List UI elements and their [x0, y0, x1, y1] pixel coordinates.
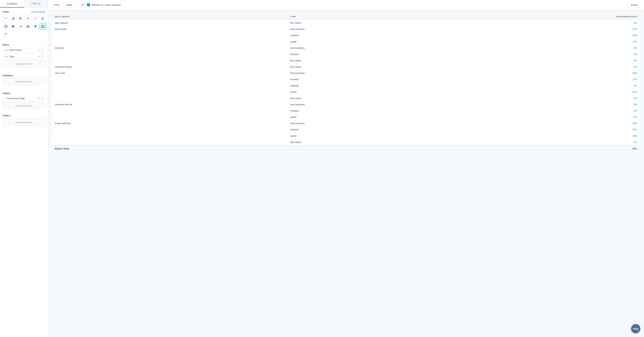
cell-deal-owner — [52, 133, 287, 139]
cell-type: new business — [287, 70, 464, 76]
cell-conversion-rate: 0% — [464, 58, 640, 64]
table-area: DEAL OWNER TYPE CONVERSION RATE ajay raj… — [48, 10, 644, 337]
column-header-conversion-rate: CONVERSION RATE — [464, 14, 640, 20]
cell-conversion-rate: 16% — [464, 133, 640, 139]
remove-icon-deal-owner[interactable]: ✕ — [41, 48, 43, 51]
cell-conversion-rate: 14% — [464, 32, 640, 38]
table-row: shannon decocknew business0% — [52, 102, 640, 108]
chart-type-gauge[interactable] — [17, 23, 24, 30]
cell-type: (No value) — [287, 139, 464, 146]
chart-type-scatter[interactable] — [32, 15, 39, 22]
svg-line-16 — [21, 26, 22, 27]
chart-type-donut[interactable] — [2, 23, 9, 30]
sidebar-tabs: Configure Filter (1) — [0, 0, 48, 8]
svg-marker-24 — [34, 25, 37, 28]
pill-type-conversion-rate: # — [4, 97, 6, 100]
svg-rect-4 — [20, 18, 20, 18]
chart-section-title: Chart — [2, 10, 9, 13]
cell-type: new business — [287, 45, 464, 51]
pill-type-deal-owner: Abc — [4, 49, 8, 51]
table-row: upsell0% — [52, 114, 640, 120]
cell-deal-owner: tristan whitcher — [52, 120, 287, 126]
cell-conversion-rate: 17% — [464, 38, 640, 45]
chart-settings-link[interactable]: Chart Settings — [31, 10, 45, 13]
chart-type-waterfall[interactable] — [2, 30, 9, 37]
columns-label: Columns — [2, 74, 45, 77]
remove-icon-type[interactable]: ✕ — [41, 55, 43, 58]
refresh-checkbox[interactable] — [87, 3, 90, 6]
chart-icons-row2 — [2, 23, 45, 30]
cell-type: upgrade — [287, 82, 464, 89]
chart-type-funnel[interactable] — [32, 23, 39, 30]
cell-deal-owner: sam chan — [52, 70, 287, 76]
chart-type-pivot[interactable] — [25, 23, 32, 30]
table-row: (No value)0% — [52, 58, 640, 64]
cell-type: (No value) — [287, 20, 464, 26]
undo-button[interactable]: Undo — [51, 2, 62, 8]
tab-configure[interactable]: Configure — [0, 0, 24, 8]
cell-deal-owner — [52, 89, 287, 95]
rows-section: Rows Abc Deal Owner ✎ ✕ Abc Type ✎ ✕ — [0, 39, 48, 70]
table-row: kit lymannew business0% — [52, 45, 640, 51]
export-button[interactable]: Export — [628, 2, 641, 8]
svg-point-9 — [36, 17, 36, 18]
tab-filter[interactable]: Filter (1) — [24, 0, 48, 8]
redo-button[interactable]: Redo — [64, 2, 75, 8]
table-row: upgrade0% — [52, 82, 640, 89]
chart-type-area[interactable] — [25, 15, 32, 22]
cell-deal-owner: shannon decock — [52, 102, 287, 108]
table-row: anish patelnew business37% — [52, 26, 640, 32]
table-row: renewal0% — [52, 108, 640, 114]
values-section: Values # Conversion Rate ✎ ✕ Drag fields… — [0, 88, 48, 112]
pill-label-type: Type — [9, 55, 14, 58]
cell-conversion-rate: 0% — [464, 108, 640, 114]
field-pill-deal-owner: Abc Deal Owner ✎ ✕ — [2, 47, 45, 53]
svg-rect-1 — [13, 17, 14, 20]
chart-type-combo[interactable] — [40, 15, 46, 22]
edit-icon-type[interactable]: ✎ — [38, 55, 40, 58]
refresh-icon-button[interactable] — [80, 2, 86, 8]
table-header-row: DEAL OWNER TYPE CONVERSION RATE — [52, 14, 640, 20]
svg-rect-30 — [4, 34, 5, 35]
chart-type-table[interactable] — [40, 23, 46, 30]
edit-icon-deal-owner[interactable]: ✎ — [38, 48, 40, 51]
chart-type-line[interactable] — [2, 15, 9, 22]
cell-deal-owner: kit lyman — [52, 45, 287, 51]
values-drag-area[interactable]: Drag fields here — [2, 102, 45, 110]
chart-icons-row3 — [2, 30, 45, 37]
total-label: Report Total — [52, 146, 464, 152]
svg-point-10 — [36, 18, 37, 19]
cell-conversion-rate: 0% — [464, 102, 640, 108]
columns-drag-area[interactable]: Drag fields here — [2, 78, 45, 85]
cell-type: upsell — [287, 38, 464, 45]
table-row: sam channew business26% — [52, 70, 640, 76]
cell-deal-owner: anish patel — [52, 26, 287, 32]
total-row: Report Total 30% — [52, 146, 640, 152]
svg-point-8 — [35, 18, 36, 18]
data-table: DEAL OWNER TYPE CONVERSION RATE ajay raj… — [52, 14, 640, 152]
cell-conversion-rate: 42% — [464, 89, 640, 95]
fields-section: Fields ℹ Drag fields here — [0, 112, 48, 128]
cell-deal-owner — [52, 51, 287, 58]
chart-type-bar[interactable] — [10, 15, 17, 22]
field-pill-conversion-rate: # Conversion Rate ✎ ✕ — [2, 96, 45, 101]
edit-icon-conversion-rate[interactable]: ✎ — [38, 97, 40, 100]
chart-type-horizontal-bar[interactable] — [17, 15, 24, 22]
rows-label: Rows — [2, 44, 45, 46]
main-content: Undo Redo Refresh as I make changes Expo… — [48, 0, 644, 337]
fields-drag-area[interactable]: Drag fields here — [2, 119, 45, 126]
fields-info-icon: ℹ — [10, 114, 12, 117]
pill-label-deal-owner: Deal Owner — [9, 48, 22, 51]
remove-icon-conversion-rate[interactable]: ✕ — [41, 97, 43, 100]
help-button[interactable]: Help — [631, 324, 640, 333]
rows-drag-area[interactable]: Drag fields here — [2, 60, 45, 68]
toolbar: Undo Redo Refresh as I make changes Expo… — [48, 0, 644, 10]
table-row: renewal14% — [52, 32, 640, 38]
cell-conversion-rate: 0% — [464, 82, 640, 89]
cell-deal-owner — [52, 108, 287, 114]
cell-deal-owner — [52, 139, 287, 146]
cell-deal-owner — [52, 126, 287, 133]
cell-conversion-rate: 43% — [464, 120, 640, 126]
cell-deal-owner — [52, 58, 287, 64]
chart-type-pie[interactable] — [10, 23, 17, 30]
